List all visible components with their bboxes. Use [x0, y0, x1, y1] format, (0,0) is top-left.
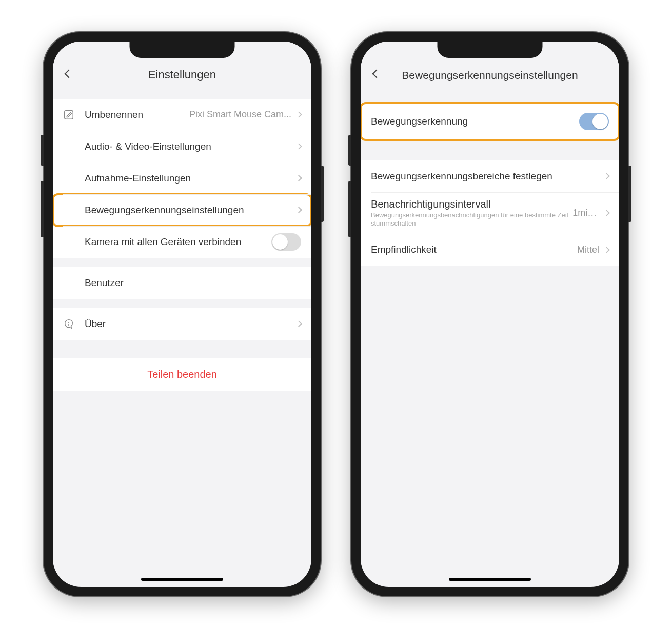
row-sensitivity[interactable]: Empfindlichkeit Mittel [361, 234, 619, 266]
row-label: Bewegungserkennungseinstellungen [85, 205, 244, 216]
row-value: Pixi Smart Mouse Cam... [189, 109, 291, 120]
settings-content[interactable]: Umbenennen Pixi Smart Mouse Cam... Audio… [53, 88, 311, 587]
phone-side-button [321, 166, 324, 222]
row-set-areas[interactable]: Bewegungserkennungsbereiche festlegen [361, 160, 619, 192]
edit-icon [63, 109, 85, 120]
row-rename[interactable]: Umbenennen Pixi Smart Mouse Cam... [53, 99, 311, 131]
row-label: Audio- & Video-Einstellungen [85, 141, 211, 152]
page-title: Einstellungen [148, 68, 216, 82]
row-label: Umbenennen [85, 109, 143, 120]
settings-group-main: Umbenennen Pixi Smart Mouse Cam... Audio… [53, 99, 311, 258]
chevron-right-icon [295, 207, 302, 213]
interval-text-col: Benachrichtigungsintervall Bewegungserke… [371, 198, 568, 228]
row-label: Benutzer [85, 277, 124, 289]
back-button[interactable] [62, 67, 75, 80]
row-user[interactable]: Benutzer [53, 267, 311, 299]
phone-side-button [628, 166, 631, 222]
stop-sharing-label: Teilen beenden [147, 369, 217, 380]
motion-group-toggle: Bewegungserkennung [361, 103, 619, 140]
row-stop-sharing[interactable]: Teilen beenden [53, 358, 311, 391]
notch [130, 42, 235, 58]
settings-group-user: Benutzer [53, 267, 311, 299]
row-label: Empfindlichkeit [371, 244, 437, 255]
row-connect-all[interactable]: Kamera mit allen Geräten verbinden [53, 226, 311, 258]
row-label: Bewegungserkennung [371, 116, 468, 127]
motion-group-options: Bewegungserkennungsbereiche festlegen Be… [361, 160, 619, 266]
chevron-left-icon [65, 69, 73, 78]
chevron-right-icon [295, 320, 302, 327]
chevron-right-icon [603, 247, 610, 253]
motion-toggle[interactable] [579, 113, 609, 130]
screen-right: Bewegungserkennungseinstellungen Bewegun… [361, 42, 619, 587]
row-label: Über [85, 318, 106, 330]
motion-content[interactable]: Bewegungserkennung Bewegungserkennungsbe… [361, 88, 619, 587]
chevron-right-icon [603, 173, 610, 179]
row-value: Mittel [577, 245, 599, 255]
row-label: Kamera mit allen Geräten verbinden [85, 236, 241, 248]
row-label: Bewegungserkennungsbereiche festlegen [371, 171, 552, 182]
chevron-right-icon [603, 210, 610, 216]
chevron-right-icon [295, 175, 302, 181]
home-indicator[interactable] [449, 578, 531, 581]
notch [438, 42, 543, 58]
svg-point-1 [68, 322, 69, 323]
phone-right: Bewegungserkennungseinstellungen Bewegun… [351, 32, 628, 596]
toggle-knob [272, 234, 288, 250]
page-title: Bewegungserkennungseinstellungen [402, 69, 578, 82]
back-button[interactable] [370, 67, 383, 80]
row-subtitle: Bewegungserkennungsbenachrichtigungen fü… [371, 211, 568, 228]
connect-toggle[interactable] [271, 233, 301, 251]
motion-settings-app: Bewegungserkennungseinstellungen Bewegun… [361, 42, 619, 587]
chevron-right-icon [295, 111, 302, 118]
phone-left: Einstellungen Umbenennen Pixi Smart Mous… [44, 32, 321, 596]
row-recording[interactable]: Aufnahme-Einstellungen [53, 163, 311, 194]
info-icon [63, 318, 85, 330]
toggle-knob [592, 114, 608, 129]
chevron-right-icon [295, 143, 302, 150]
screen-left: Einstellungen Umbenennen Pixi Smart Mous… [53, 42, 311, 587]
chevron-left-icon [372, 69, 381, 78]
settings-group-about: Über [53, 308, 311, 340]
row-label: Aufnahme-Einstellungen [85, 173, 191, 184]
row-audio-video[interactable]: Audio- & Video-Einstellungen [53, 131, 311, 163]
row-notification-interval[interactable]: Benachrichtigungsintervall Bewegungserke… [361, 192, 619, 234]
row-motion-settings[interactable]: Bewegungserkennungseinstellungen [53, 194, 311, 226]
row-about[interactable]: Über [53, 308, 311, 340]
home-indicator[interactable] [141, 578, 223, 581]
row-label: Benachrichtigungsintervall [371, 198, 568, 210]
settings-app: Einstellungen Umbenennen Pixi Smart Mous… [53, 42, 311, 587]
row-value: 1minute [572, 208, 599, 218]
row-motion-detection[interactable]: Bewegungserkennung [361, 103, 619, 140]
